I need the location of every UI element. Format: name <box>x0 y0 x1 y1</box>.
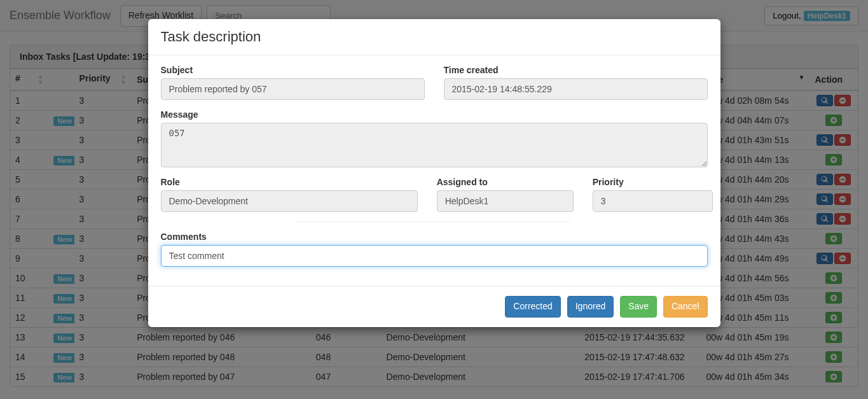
assigned-label: Assigned to <box>437 177 574 187</box>
comments-field[interactable] <box>161 245 708 267</box>
time-created-label: Time created <box>444 65 708 75</box>
corrected-button[interactable]: Corrected <box>505 296 560 318</box>
ignored-button[interactable]: Ignored <box>567 296 614 318</box>
assigned-field <box>437 190 574 212</box>
divider <box>298 221 571 222</box>
task-modal: Task description Subject Time created Me… <box>148 19 720 327</box>
modal-title: Task description <box>161 29 708 45</box>
priority-label: Priority <box>593 177 713 187</box>
message-field: 057 <box>161 123 708 167</box>
role-label: Role <box>161 177 418 187</box>
modal-header: Task description <box>148 19 720 55</box>
message-label: Message <box>161 109 708 120</box>
subject-field <box>161 78 425 100</box>
comments-label: Comments <box>161 232 708 242</box>
cancel-button[interactable]: Cancel <box>663 296 708 318</box>
priority-field <box>593 190 713 212</box>
save-button[interactable]: Save <box>620 296 657 318</box>
subject-label: Subject <box>161 65 425 75</box>
time-created-field <box>444 78 708 100</box>
role-field <box>161 190 418 212</box>
